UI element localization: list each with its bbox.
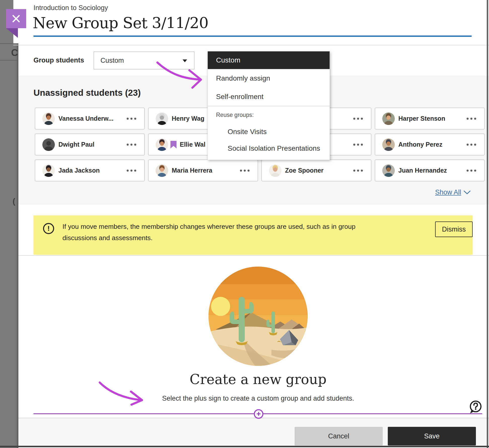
avatar — [42, 138, 55, 151]
reuse-groups-label: Reuse groups: — [208, 106, 330, 123]
warning-text: If you move members, the membership chan… — [62, 221, 356, 244]
avatar — [156, 138, 168, 151]
warning-banner: ! If you move members, the membership ch… — [33, 215, 473, 255]
more-options-button[interactable] — [353, 118, 363, 120]
divider — [13, 45, 489, 45]
dialog-footer: Cancel Save — [18, 418, 489, 447]
more-options-button[interactable] — [467, 144, 476, 146]
menu-item[interactable]: Randomly assign — [208, 69, 330, 87]
desert-illustration — [208, 267, 308, 366]
window-edge — [0, 446, 489, 447]
show-all-label: Show All — [435, 188, 461, 196]
student-name: Harper Stenson — [398, 115, 445, 122]
student-name: Jada Jackson — [58, 167, 100, 174]
student-name: Dwight Paul — [58, 141, 94, 148]
sun — [211, 297, 230, 316]
unassigned-students-heading: Unassigned students (23) — [33, 88, 141, 98]
student-name: Ellie Wal — [180, 141, 205, 148]
student-card[interactable]: Vanessa Underw... — [35, 108, 145, 130]
menu-item-reuse-group[interactable]: Onsite Visits — [208, 123, 330, 140]
student-card[interactable]: Harper Stenson — [375, 108, 485, 130]
student-card[interactable]: Zoe Spooner — [261, 159, 371, 181]
more-options-button[interactable] — [467, 118, 476, 120]
empty-state-subtext: Select the plus sign to create a custom … — [0, 395, 489, 402]
menu-item-reuse-group[interactable]: Social Isolation Presentations — [208, 140, 330, 157]
avatar — [156, 164, 168, 177]
menu-item[interactable]: Self-enrollment — [208, 87, 330, 106]
close-button[interactable] — [6, 9, 26, 28]
more-options-button[interactable] — [353, 170, 363, 172]
page-title-input[interactable]: New Group Set 3/11/20 — [33, 14, 208, 32]
student-name: Vanessa Underw... — [58, 115, 114, 122]
student-name: Anthony Perez — [398, 141, 442, 148]
group-set-dialog: C ( Introduction to Sociology New Group … — [0, 0, 489, 448]
student-name: Zoe Spooner — [285, 167, 324, 174]
window-edge — [487, 0, 488, 448]
menu-item-custom-selected[interactable]: Custom — [208, 51, 330, 69]
student-card[interactable]: Jada Jackson — [35, 159, 145, 181]
avatar — [156, 112, 168, 125]
avatar — [382, 164, 395, 177]
more-options-button[interactable] — [127, 118, 136, 120]
show-all-link[interactable]: Show All — [435, 188, 471, 196]
more-options-button[interactable] — [353, 144, 363, 146]
student-card[interactable]: Maria Herrera — [148, 159, 258, 181]
student-name: Maria Herrera — [172, 167, 212, 174]
dismiss-button[interactable]: Dismiss — [435, 221, 473, 237]
background-clipped-text: ( — [13, 197, 15, 206]
student-card[interactable]: Juan Hernandez — [375, 159, 485, 181]
more-options-button[interactable] — [467, 170, 476, 172]
chevron-down-icon — [463, 190, 471, 195]
avatar — [269, 164, 282, 177]
help-button[interactable] — [469, 400, 482, 415]
divider — [18, 255, 489, 256]
help-icon — [469, 400, 482, 414]
student-card[interactable]: Anthony Perez — [375, 134, 485, 155]
empty-state-heading: Create a new group — [0, 371, 489, 387]
chevron-down-icon — [183, 59, 187, 62]
avatar — [42, 164, 55, 177]
avatar — [42, 112, 55, 125]
title-underline — [33, 36, 472, 37]
more-options-button[interactable] — [127, 170, 136, 172]
selected-value: Custom — [100, 57, 124, 65]
alert-icon: ! — [43, 223, 54, 234]
breadcrumb: Introduction to Sociology — [33, 4, 108, 12]
student-name: Henry Wag — [172, 115, 204, 122]
cancel-button[interactable]: Cancel — [295, 427, 383, 445]
group-students-dropdown-menu: Custom Randomly assignSelf-enrollment Re… — [207, 51, 330, 160]
background-clipped-text: C — [11, 47, 18, 58]
more-options-button[interactable] — [127, 144, 136, 146]
student-name: Juan Hernandez — [398, 167, 447, 174]
group-students-select[interactable]: Custom — [94, 52, 194, 69]
bookmark-icon — [170, 141, 177, 149]
avatar — [382, 138, 395, 151]
background-page-strip: C ( — [0, 43, 18, 448]
more-options-button[interactable] — [240, 170, 250, 172]
student-card[interactable]: Dwight Paul — [35, 134, 145, 155]
close-button-fold — [6, 28, 18, 38]
save-button[interactable]: Save — [388, 427, 476, 445]
add-group-plus-button[interactable]: + — [254, 409, 263, 419]
avatar — [382, 112, 395, 125]
group-students-label: Group students — [33, 56, 84, 64]
close-icon — [11, 14, 21, 23]
